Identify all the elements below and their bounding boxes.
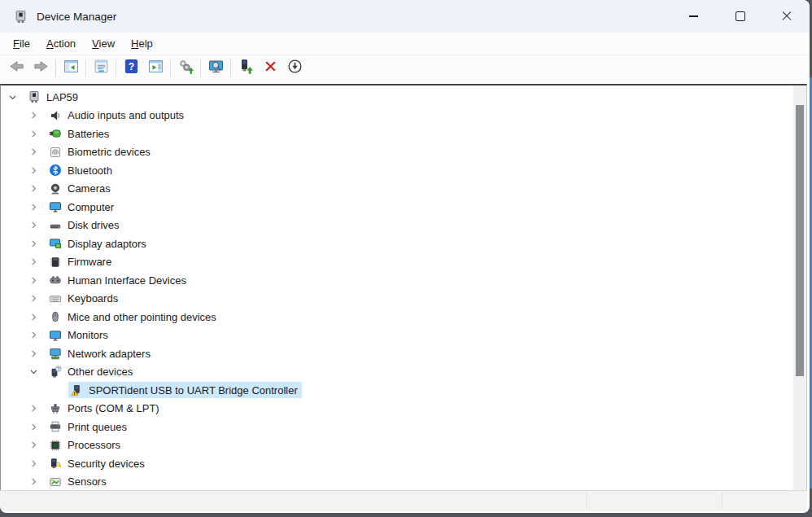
update-driver-icon: [238, 58, 255, 78]
chevron-right-icon[interactable]: [27, 164, 40, 177]
chevron-right-icon[interactable]: [27, 329, 40, 342]
chevron-right-icon[interactable]: [27, 182, 40, 195]
remote-computer-icon: [207, 58, 225, 78]
help-button[interactable]: ?: [119, 57, 143, 79]
properties-button[interactable]: [89, 57, 113, 79]
tree-item-content[interactable]: Display adaptors: [47, 235, 151, 252]
tree-item-lap59[interactable]: LAP59: [1, 88, 793, 107]
maximize-button[interactable]: [717, 0, 763, 33]
tree-item-content[interactable]: Processors: [47, 437, 124, 453]
tree-item-network-adapters[interactable]: Network adapters: [1, 344, 793, 363]
tree-item-keyboards[interactable]: Keyboards: [1, 290, 793, 309]
chevron-right-icon[interactable]: [27, 109, 40, 122]
show-console-tree-button[interactable]: [59, 57, 83, 79]
chevron-right-icon[interactable]: [27, 310, 40, 323]
tree-item-mice-and-other-pointing-devices[interactable]: Mice and other pointing devices: [1, 308, 793, 326]
tree-item-human-interface-devices[interactable]: Human Interface Devices: [1, 271, 793, 290]
vertical-scrollbar[interactable]: [793, 85, 806, 491]
tree-item-content[interactable]: Disk drives: [47, 217, 124, 234]
chevron-right-icon[interactable]: [27, 439, 40, 452]
device-tree-panel: LAP59Audio inputs and outputsBatteriesBi…: [0, 84, 807, 491]
menu-action[interactable]: Action: [38, 35, 84, 52]
scrollbar-thumb[interactable]: [796, 105, 804, 376]
chevron-right-icon[interactable]: [27, 256, 40, 269]
chevron-right-icon[interactable]: [27, 402, 40, 415]
back-icon: [8, 58, 25, 78]
menu-view[interactable]: View: [84, 35, 123, 52]
chevron-right-icon[interactable]: [27, 219, 40, 232]
tree-item-biometric-devices[interactable]: Biometric devices: [1, 143, 793, 162]
tree-item-content[interactable]: Bluetooth: [47, 162, 116, 178]
scan-hardware-changes-button[interactable]: [173, 57, 198, 79]
update-driver-button[interactable]: [234, 57, 258, 79]
tree-item-content[interactable]: SPORTident USB to UART Bridge Controller: [68, 382, 302, 398]
monitor-icon: [49, 329, 62, 342]
disable-device-button[interactable]: [282, 57, 307, 79]
chevron-right-icon[interactable]: [27, 420, 40, 433]
svg-text:?: ?: [57, 366, 60, 371]
hid-icon: [49, 274, 62, 287]
chevron-right-icon[interactable]: [27, 457, 40, 470]
tree-item-bluetooth[interactable]: Bluetooth: [1, 161, 793, 180]
tree-item-security-devices[interactable]: Security devices: [1, 454, 793, 473]
menu-file[interactable]: File: [5, 35, 38, 52]
chevron-right-icon[interactable]: [27, 475, 40, 489]
tree-item-sportident-usb-to-uart-bridge-controller[interactable]: SPORTident USB to UART Bridge Controller: [1, 381, 793, 400]
chevron-right-icon[interactable]: [27, 146, 40, 159]
tree-item-other-devices[interactable]: ?Other devices: [1, 363, 793, 382]
tree-item-content[interactable]: Network adapters: [47, 345, 155, 361]
tree-item-content[interactable]: Keyboards: [47, 291, 122, 307]
tree-item-content[interactable]: Mice and other pointing devices: [47, 309, 220, 325]
chevron-down-icon[interactable]: [27, 366, 40, 379]
tree-item-computer[interactable]: Computer: [1, 198, 793, 217]
tree-item-content[interactable]: Monitors: [47, 327, 112, 344]
action-pane-button[interactable]: [143, 57, 168, 79]
tree-item-label: Other devices: [68, 366, 133, 378]
back-button[interactable]: [4, 57, 28, 79]
warning-device-icon: [70, 383, 83, 397]
tree-item-content[interactable]: Audio inputs and outputs: [47, 107, 188, 124]
tree-item-monitors[interactable]: Monitors: [1, 326, 793, 345]
tree-item-content[interactable]: Sensors: [47, 474, 111, 490]
tree-item-content[interactable]: Print queues: [47, 418, 131, 435]
chevron-right-icon[interactable]: [27, 200, 40, 213]
minimize-button[interactable]: [670, 0, 717, 33]
tree-item-sensors[interactable]: Sensors: [1, 473, 793, 492]
tree-item-content[interactable]: Ports (COM & LPT): [47, 401, 164, 417]
forward-button[interactable]: [28, 57, 53, 79]
tree-item-label: Disk drives: [68, 219, 120, 231]
tree-item-content[interactable]: ?Other devices: [47, 364, 137, 380]
tree-item-firmware[interactable]: Firmware: [1, 253, 793, 272]
chevron-right-icon[interactable]: [27, 274, 40, 287]
chevron-down-icon[interactable]: [6, 90, 19, 103]
tree-item-content[interactable]: Biometric devices: [47, 144, 155, 160]
tree-item-content[interactable]: Batteries: [47, 125, 113, 142]
chevron-right-icon[interactable]: [27, 292, 40, 305]
tree-item-processors[interactable]: Processors: [1, 436, 793, 455]
remote-computer-button[interactable]: [203, 57, 228, 79]
chevron-right-icon[interactable]: [27, 347, 40, 360]
tree-item-content[interactable]: Computer: [47, 199, 118, 215]
tree-item-content[interactable]: Human Interface Devices: [47, 272, 190, 288]
tree-item-print-queues[interactable]: Print queues: [1, 418, 793, 436]
menu-help[interactable]: Help: [123, 35, 161, 52]
tree-item-content[interactable]: Security devices: [47, 455, 149, 471]
tree-item-content[interactable]: Firmware: [47, 254, 116, 270]
tree-item-cameras[interactable]: Cameras: [1, 180, 793, 199]
tree-item-content[interactable]: Cameras: [47, 181, 115, 197]
tree-item-disk-drives[interactable]: Disk drives: [1, 217, 793, 235]
tree-item-batteries[interactable]: Batteries: [1, 125, 793, 143]
tree-item-audio-inputs-and-outputs[interactable]: Audio inputs and outputs: [1, 107, 793, 125]
tree-item-label: Keyboards: [68, 292, 118, 305]
chevron-right-icon[interactable]: [27, 237, 40, 250]
tree-item-content[interactable]: LAP59: [26, 89, 82, 105]
processor-icon: [49, 439, 62, 452]
tree-item-display-adaptors[interactable]: Display adaptors: [1, 234, 793, 253]
device-manager-window: Device Manager File Action View Help ? L…: [0, 0, 810, 513]
tree-item-label: SPORTident USB to UART Bridge Controller: [89, 384, 298, 397]
chevron-right-icon[interactable]: [27, 127, 40, 140]
battery-icon: [49, 127, 62, 140]
close-button[interactable]: [763, 0, 810, 33]
uninstall-device-button[interactable]: [258, 57, 282, 79]
tree-item-ports-com-lpt[interactable]: Ports (COM & LPT): [1, 400, 793, 418]
